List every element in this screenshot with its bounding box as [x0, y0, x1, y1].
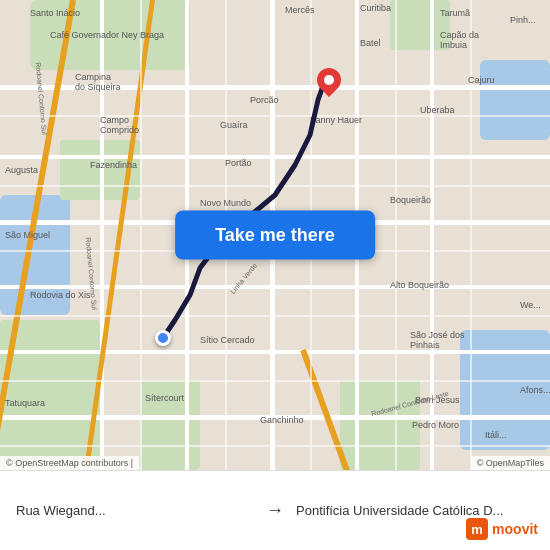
- minor-road-v5: [470, 0, 472, 470]
- destination-label: Pontifícia Universidade Católica D...: [296, 503, 534, 518]
- minor-road-h2: [0, 185, 550, 187]
- water-area-2: [480, 60, 550, 140]
- label-we: We...: [520, 300, 541, 310]
- label-bom-jesus: Bom Jesus: [415, 395, 460, 405]
- water-area-3: [460, 330, 550, 450]
- road-v1: [100, 0, 104, 470]
- label-sitio: Sítio Cercado: [200, 335, 255, 345]
- current-location-dot: [155, 330, 171, 346]
- minor-road-v4: [395, 0, 397, 470]
- label-curitiba: Curitiba: [360, 3, 391, 13]
- minor-road-v1: [140, 0, 142, 470]
- road-v5: [430, 0, 434, 470]
- destination-pin: [317, 68, 341, 100]
- label-sao-jose: São José dosPinhais: [410, 330, 465, 350]
- road-h4: [0, 285, 550, 289]
- green-area-6: [340, 380, 420, 470]
- minor-road-h4: [0, 315, 550, 317]
- minor-road-h5: [0, 380, 550, 382]
- green-area-3: [390, 0, 450, 50]
- green-area-5: [140, 380, 200, 470]
- label-batel: Batel: [360, 38, 381, 48]
- label-linha-verde: Linha Verde: [229, 262, 258, 295]
- arrow-icon: →: [266, 500, 284, 521]
- take-me-there-button[interactable]: Take me there: [175, 211, 375, 260]
- attribution-left: © OpenStreetMap contributors |: [0, 456, 139, 470]
- label-portao: Portão: [225, 158, 252, 168]
- attribution-right: © OpenMapTiles: [471, 456, 550, 470]
- minor-road-h6: [0, 445, 550, 447]
- minor-road-h1: [0, 115, 550, 117]
- moovit-m-icon: m: [466, 518, 488, 540]
- label-rodoanel-contorno-sul2: Rodoanel Contorno Sul: [85, 237, 98, 310]
- road-h2: [0, 155, 550, 159]
- label-rodoanel-contorno-sul: Rodoanel Contorno Sul: [35, 62, 48, 135]
- origin-label: Rua Wiegand...: [16, 503, 254, 518]
- green-area-1: [30, 0, 190, 70]
- moovit-text: moovit: [492, 521, 538, 537]
- label-uberaba: Uberaba: [420, 105, 455, 115]
- road-h5: [0, 350, 550, 354]
- bottom-bar: Rua Wiegand... → Pontifícia Universidade…: [0, 470, 550, 550]
- road-h1: [0, 85, 550, 90]
- label-pinh: Pinh...: [510, 15, 536, 25]
- road-h6: [0, 415, 550, 420]
- label-augusta: Augusta: [5, 165, 38, 175]
- map-container: Santo Inácio Mercês Curitiba Tarumã Pinh…: [0, 0, 550, 470]
- moovit-logo: m moovit: [466, 518, 538, 540]
